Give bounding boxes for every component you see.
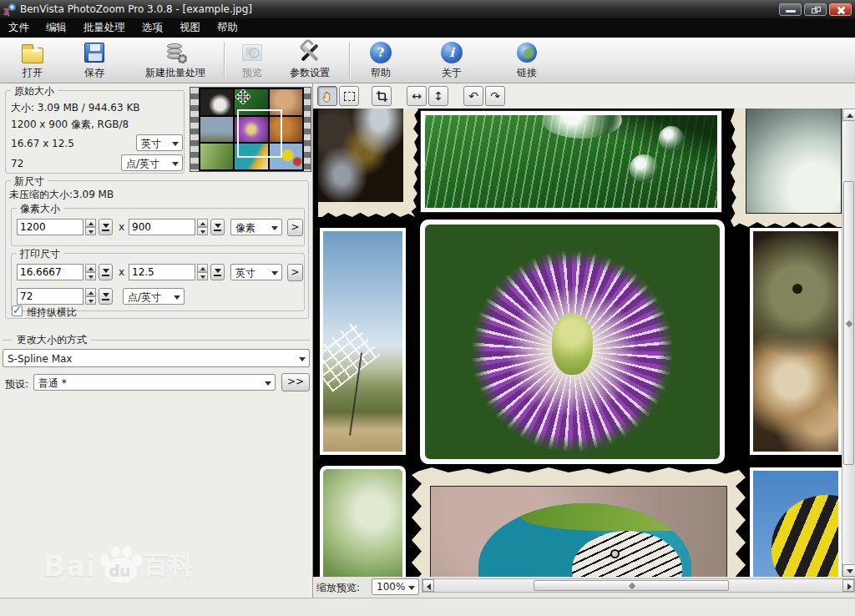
zoom-preview-label: 缩放预览:: [316, 581, 360, 595]
rotate-left-button[interactable]: ↶: [463, 86, 483, 106]
pixel-height-spinner[interactable]: [197, 219, 208, 235]
hand-tool-button[interactable]: [317, 86, 337, 106]
new-size-group: 新尺寸 未压缩的大小:3.09 MB 像素大小 x 像素 > 打印尺寸: [5, 180, 309, 319]
print-size-title: 打印尺寸: [17, 247, 63, 261]
print-resolution-input[interactable]: [17, 288, 83, 305]
uncompressed-size: 未压缩的大小:3.09 MB: [9, 188, 114, 202]
chevron-down-icon: [174, 295, 180, 300]
print-width-input[interactable]: [17, 264, 83, 280]
print-width-spinner[interactable]: [85, 264, 96, 280]
pixel-height-reset-button[interactable]: [210, 219, 225, 235]
original-print-unit-dropdown[interactable]: 英寸: [136, 134, 183, 151]
minimize-icon: [786, 10, 796, 13]
keep-aspect-checkbox[interactable]: [12, 305, 23, 316]
menu-file[interactable]: 文件: [0, 18, 38, 38]
preview-toolbar: ↔ ↕ ↶ ↷: [313, 83, 855, 109]
navigator-viewport-rect[interactable]: [237, 109, 282, 158]
flip-vertical-button[interactable]: ↕: [428, 86, 448, 106]
resize-method-dropdown[interactable]: S-Spline Max: [3, 349, 310, 367]
balloon: [772, 495, 838, 577]
scroll-up-button[interactable]: [842, 109, 855, 121]
vertical-scroll-thumb[interactable]: [843, 181, 854, 465]
links-button[interactable]: 链接: [504, 40, 549, 81]
flip-horizontal-button[interactable]: ↔: [407, 86, 427, 106]
preset-dropdown[interactable]: 普通 *: [33, 374, 276, 391]
horizontal-scroll-thumb[interactable]: [534, 580, 729, 591]
filmstrip-edge: [190, 88, 199, 171]
links-globe-icon: [517, 43, 537, 63]
pixel-height-input[interactable]: [129, 219, 195, 235]
window-title: BenVista PhotoZoom Pro 3.0.8 - [example.…: [20, 3, 252, 15]
vertical-scrollbar[interactable]: [842, 109, 855, 577]
resize-method-title: 更改大小的方式: [13, 333, 91, 347]
resize-method-header: 更改大小的方式: [3, 333, 310, 347]
minimize-button[interactable]: [779, 3, 802, 16]
new-batch-button[interactable]: 新建批量处理: [134, 40, 217, 81]
pixel-width-input[interactable]: [17, 219, 83, 235]
print-height-input[interactable]: [129, 264, 195, 280]
magnifier-icon: [8, 3, 16, 11]
pixel-size-group: 像素大小 x 像素 >: [11, 208, 305, 246]
open-button[interactable]: 打开: [8, 40, 57, 81]
thumb-wedding-couple: [200, 89, 233, 115]
menu-edit[interactable]: 编辑: [38, 18, 75, 38]
thumb-windmill: [200, 117, 233, 143]
restore-button[interactable]: [804, 3, 827, 16]
dimension-separator: x: [119, 266, 124, 278]
photo-blurred-portrait: [731, 109, 842, 227]
print-resolution-spinner[interactable]: [85, 288, 96, 305]
dimension-separator: x: [119, 221, 124, 233]
print-resolution-reset-button[interactable]: [99, 288, 113, 305]
spin-down-icon: [85, 272, 96, 280]
keep-aspect-label: 维持纵横比: [27, 305, 77, 320]
close-button[interactable]: [829, 3, 852, 16]
crop-tool-button[interactable]: [372, 86, 392, 106]
chevron-down-icon: [172, 162, 179, 166]
spin-down-icon: [197, 272, 208, 280]
print-resolution-unit-dropdown[interactable]: 点/英寸: [123, 288, 185, 305]
app-icon: 3: [3, 3, 16, 16]
thumb-green-sprout: [200, 144, 233, 169]
help-button[interactable]: ? 帮助: [359, 40, 402, 81]
pixel-width-reset-button[interactable]: [99, 219, 113, 235]
photo-sea-shells: [750, 228, 842, 455]
new-batch-icon: [166, 43, 185, 62]
zoom-bar: 缩放预览: 100%: [313, 577, 855, 598]
original-resolution-unit-dropdown[interactable]: 点/英寸: [121, 154, 183, 171]
baidu-watermark: Bai du 百科: [43, 544, 195, 583]
settings-button[interactable]: 参数设置: [281, 40, 339, 81]
print-unit-dropdown[interactable]: 英寸: [230, 264, 282, 280]
image-preview-canvas[interactable]: [313, 109, 842, 577]
menu-batch[interactable]: 批量处理: [75, 18, 134, 38]
preset-more-button[interactable]: >>: [281, 373, 310, 391]
scroll-down-button[interactable]: [842, 564, 855, 577]
rotate-right-button[interactable]: ↷: [485, 86, 505, 106]
menu-options[interactable]: 选项: [134, 18, 171, 38]
baidu-paw-icon: du: [99, 544, 142, 583]
title-bar: 3 BenVista PhotoZoom Pro 3.0.8 - [exampl…: [0, 0, 855, 18]
photo-rocks-stream: [318, 109, 418, 217]
pixel-size-title: 像素大小: [17, 202, 63, 216]
print-apply-button[interactable]: >: [287, 264, 303, 281]
preview-button: 预览: [230, 40, 274, 81]
save-button[interactable]: 保存: [70, 40, 119, 81]
print-height-spinner[interactable]: [197, 264, 208, 280]
preview-navigator[interactable]: [190, 87, 311, 172]
print-height-reset-button[interactable]: [210, 264, 225, 280]
menu-view[interactable]: 视图: [171, 18, 209, 38]
photo-passion-flower: [420, 220, 725, 464]
pixel-apply-button[interactable]: >: [287, 219, 303, 236]
about-button[interactable]: i 关于: [430, 40, 473, 81]
scroll-right-button[interactable]: [842, 579, 854, 592]
parrot-eye: [610, 549, 620, 558]
scroll-left-button[interactable]: [422, 579, 434, 592]
zoom-level-dropdown[interactable]: 100%: [372, 578, 419, 595]
menu-help[interactable]: 帮助: [209, 18, 246, 38]
chevron-down-icon: [265, 381, 271, 386]
marquee-tool-button[interactable]: [339, 86, 359, 106]
horizontal-scrollbar[interactable]: [422, 578, 855, 593]
pixel-unit-dropdown[interactable]: 像素: [230, 219, 282, 235]
pixel-width-spinner[interactable]: [85, 219, 96, 235]
original-size-bytes: 大小: 3.09 MB / 944.63 KB: [11, 101, 140, 115]
print-width-reset-button[interactable]: [99, 264, 113, 280]
